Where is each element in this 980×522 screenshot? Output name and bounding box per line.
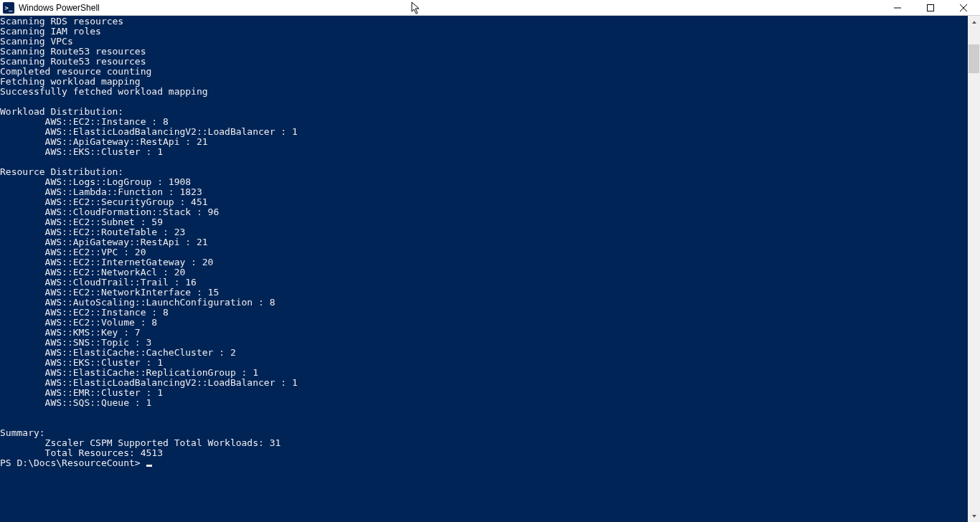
resource-item: AWS::EC2::Subnet : 59: [0, 217, 968, 227]
text-cursor: [146, 465, 152, 467]
resource-item: AWS::EC2::Volume : 8: [0, 318, 968, 328]
vertical-scrollbar[interactable]: [968, 16, 980, 522]
scan-line: Scanning Route53 resources: [0, 47, 968, 57]
resource-item: AWS::CloudTrail::Trail : 16: [0, 277, 968, 288]
resource-item: AWS::EC2::SecurityGroup : 451: [0, 197, 968, 207]
resource-item: AWS::SQS::Queue : 1: [0, 398, 968, 408]
prompt-text: PS D:\Docs\ResourceCount>: [0, 457, 146, 468]
scroll-thumb[interactable]: [969, 44, 979, 73]
close-button[interactable]: [947, 0, 980, 15]
summary-item: Total Resources: 4513: [0, 448, 968, 458]
summary-item: Zscaler CSPM Supported Total Workloads: …: [0, 438, 968, 448]
scan-line: Completed resource counting: [0, 67, 968, 77]
blank-line: [0, 157, 968, 167]
resource-item: AWS::ElasticLoadBalancingV2::LoadBalance…: [0, 378, 968, 388]
workload-header: Workload Distribution:: [0, 107, 968, 117]
blank-line: [0, 408, 968, 418]
prompt-line[interactable]: PS D:\Docs\ResourceCount>: [0, 458, 968, 468]
blank-line: [0, 418, 968, 428]
resource-item: AWS::AutoScaling::LaunchConfiguration : …: [0, 298, 968, 308]
svg-marker-5: [972, 515, 976, 518]
workload-item: AWS::ApiGateway::RestApi : 21: [0, 137, 968, 147]
resource-item: AWS::SNS::Topic : 3: [0, 338, 968, 348]
scan-line: Scanning Route53 resources: [0, 57, 968, 67]
svg-rect-1: [928, 4, 934, 11]
scan-line: Scanning VPCs: [0, 37, 968, 47]
minimize-button[interactable]: [881, 0, 914, 15]
resource-item: AWS::EC2::RouteTable : 23: [0, 227, 968, 237]
resource-item: AWS::Lambda::Function : 1823: [0, 187, 968, 197]
scan-line: Scanning IAM roles: [0, 27, 968, 37]
scan-line: Scanning RDS resources: [0, 16, 968, 27]
terminal-output[interactable]: Scanning RDS resourcesScanning IAM roles…: [0, 16, 968, 522]
scan-line: Fetching workload mapping: [0, 77, 968, 87]
scan-line: Successfully fetched workload mapping: [0, 87, 968, 97]
resource-item: AWS::EMR::Cluster : 1: [0, 388, 968, 398]
powershell-icon: >_: [3, 2, 14, 14]
workload-item: AWS::ElasticLoadBalancingV2::LoadBalance…: [0, 127, 968, 137]
scroll-down-arrow[interactable]: [968, 510, 980, 522]
resource-item: AWS::EC2::NetworkAcl : 20: [0, 267, 968, 277]
blank-line: [0, 97, 968, 107]
resource-item: AWS::CloudFormation::Stack : 96: [0, 207, 968, 217]
resource-item: AWS::ElastiCache::ReplicationGroup : 1: [0, 368, 968, 378]
resource-item: AWS::EC2::InternetGateway : 20: [0, 257, 968, 267]
summary-header: Summary:: [0, 428, 968, 438]
titlebar: >_ Windows PowerShell: [0, 0, 980, 16]
resource-item: AWS::EKS::Cluster : 1: [0, 358, 968, 368]
resource-item: AWS::EC2::Instance : 8: [0, 308, 968, 318]
resource-item: AWS::ElastiCache::CacheCluster : 2: [0, 348, 968, 358]
resource-item: AWS::Logs::LogGroup : 1908: [0, 177, 968, 187]
resource-item: AWS::EC2::NetworkInterface : 15: [0, 288, 968, 298]
scroll-up-arrow[interactable]: [968, 16, 980, 28]
resource-item: AWS::KMS::Key : 7: [0, 328, 968, 338]
workload-item: AWS::EC2::Instance : 8: [0, 117, 968, 127]
terminal-area: Scanning RDS resourcesScanning IAM roles…: [0, 16, 980, 522]
resource-item: AWS::EC2::VPC : 20: [0, 247, 968, 257]
svg-marker-4: [972, 21, 976, 24]
window-title: Windows PowerShell: [19, 3, 100, 13]
titlebar-left: >_ Windows PowerShell: [3, 2, 100, 14]
window-controls: [881, 0, 980, 15]
resource-header: Resource Distribution:: [0, 167, 968, 177]
resource-item: AWS::ApiGateway::RestApi : 21: [0, 237, 968, 247]
workload-item: AWS::EKS::Cluster : 1: [0, 147, 968, 157]
maximize-button[interactable]: [914, 0, 947, 15]
